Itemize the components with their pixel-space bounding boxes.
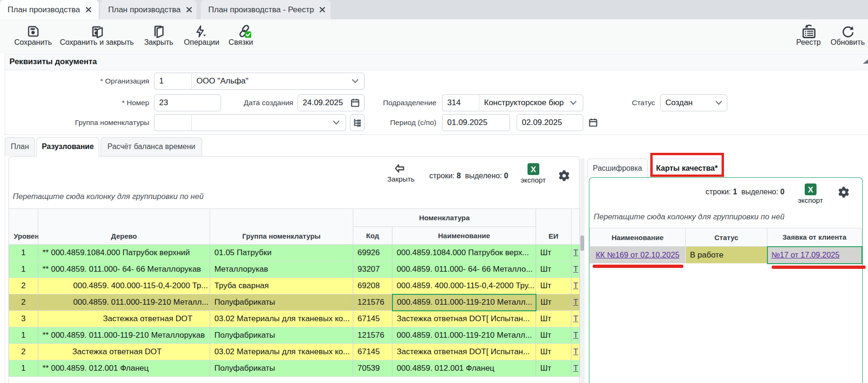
svg-text:X: X bbox=[530, 165, 536, 174]
svg-text:X: X bbox=[808, 185, 813, 194]
